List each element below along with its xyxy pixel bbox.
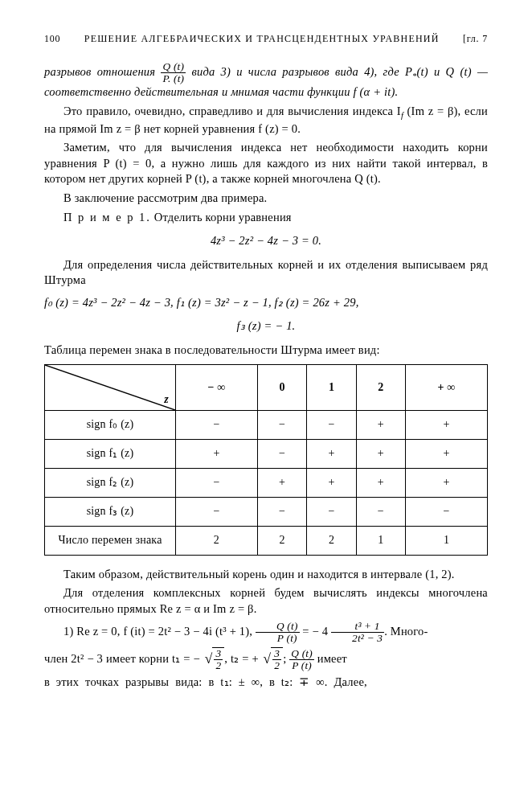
paragraph-1: разрывов отношения Q (t)P. (t) вида 3) и…	[44, 61, 488, 100]
cell: 2	[176, 527, 258, 556]
row-label: sign f₂ (z)	[45, 469, 176, 498]
cell: −	[406, 498, 488, 527]
equation-2a: f₀ (z) = 4z³ − 2z² − 4z − 3, f₁ (z) = 3z…	[44, 295, 488, 311]
svg-line-0	[45, 365, 175, 410]
cell: +	[356, 469, 405, 498]
table-row: sign f₀ (z) − − − + +	[45, 411, 488, 440]
cell: −	[307, 498, 356, 527]
col-neg-inf: − ∞	[176, 365, 258, 411]
table-corner-cell: z	[45, 365, 176, 411]
cell: +	[307, 440, 356, 469]
cell: −	[257, 411, 306, 440]
row-label: sign f₃ (z)	[45, 498, 176, 527]
cell: −	[176, 411, 258, 440]
running-header: 100 РЕШЕНИЕ АЛГЕБРАИЧЕСКИХ И ТРАНСЦЕНДЕН…	[44, 32, 488, 45]
col-pos-inf: + ∞	[406, 365, 488, 411]
fraction-Q-over-P-3: Q (t)P (t)	[289, 648, 314, 671]
cell: −	[176, 498, 258, 527]
page: 100 РЕШЕНИЕ АЛГЕБРАИЧЕСКИХ И ТРАНСЦЕНДЕН…	[0, 0, 532, 804]
header-title: РЕШЕНИЕ АЛГЕБРАИЧЕСКИХ И ТРАНСЦЕНДЕНТНЫХ…	[60, 32, 462, 45]
cell: +	[356, 440, 405, 469]
paragraph-9: Для отделения комплексных корней будем в…	[44, 585, 488, 617]
cell: 1	[356, 527, 405, 556]
cell: −	[307, 411, 356, 440]
cell: +	[406, 440, 488, 469]
table-row: sign f₃ (z) − − − − −	[45, 498, 488, 527]
page-number: 100	[44, 32, 60, 45]
cell: +	[176, 440, 258, 469]
table-footer-row: Число перемен знака 2 2 2 1 1	[45, 527, 488, 556]
fraction-t3: t³ + 12t² − 3	[331, 621, 384, 644]
paragraph-8: Таким образом, действительный корень оди…	[44, 567, 488, 583]
table-header-row: z − ∞ 0 1 2 + ∞	[45, 365, 488, 411]
sturm-table: z − ∞ 0 1 2 + ∞ sign f₀ (z) − − − + + si…	[44, 364, 488, 555]
col-0: 0	[257, 365, 306, 411]
table-row: sign f₂ (z) − + + + +	[45, 469, 488, 498]
row-label: sign f₀ (z)	[45, 411, 176, 440]
paragraph-4: В заключение рассмотрим два примера.	[44, 191, 488, 207]
row-label: sign f₁ (z)	[45, 440, 176, 469]
example-1-label: П р и м е р 1. Отделить корни уравнения	[44, 210, 488, 226]
cell: 2	[257, 527, 306, 556]
cell: −	[257, 498, 306, 527]
paragraph-7: Таблица перемен знака в последовательнос…	[44, 343, 488, 359]
equation-2b: f₃ (z) = − 1.	[44, 318, 488, 334]
fraction-Q-over-P: Q (t)P. (t)	[161, 61, 186, 84]
col-2: 2	[356, 365, 405, 411]
paragraph-11: член 2t² − 3 имеет корни t₁ = − 32, t₂ =…	[44, 647, 488, 671]
cell: −	[176, 469, 258, 498]
fraction-Q-over-P-2: Q (t)P (t)	[256, 621, 300, 644]
paragraph-3: Заметим, что для вычисления индекса нет …	[44, 140, 488, 187]
cell: +	[406, 469, 488, 498]
cell: −	[356, 498, 405, 527]
table-row: sign f₁ (z) + − + + +	[45, 440, 488, 469]
cell: −	[257, 440, 306, 469]
footer-label: Число перемен знака	[45, 527, 176, 556]
cell: +	[406, 411, 488, 440]
paragraph-10: 1) Re z = 0, f (it) = 2t² − 3 − 4i (t³ +…	[44, 621, 488, 644]
chapter-label: [гл. 7	[463, 32, 488, 45]
sqrt-3-over-2: 32	[203, 647, 225, 671]
cell: 2	[307, 527, 356, 556]
sqrt-3-over-2-b: 32	[262, 647, 284, 671]
col-1: 1	[307, 365, 356, 411]
paragraph-2: Это правило, очевидно, справедливо и для…	[44, 104, 488, 137]
paragraph-12: в этих точках разрывы вида: в t₁: ± ∞, в…	[44, 675, 488, 691]
cell: +	[257, 469, 306, 498]
cell: +	[356, 411, 405, 440]
equation-1: 4z³ − 2z² − 4z − 3 = 0.	[44, 233, 488, 249]
cell: +	[307, 469, 356, 498]
cell: 1	[406, 527, 488, 556]
paragraph-6: Для определения числа действительных кор…	[44, 257, 488, 289]
